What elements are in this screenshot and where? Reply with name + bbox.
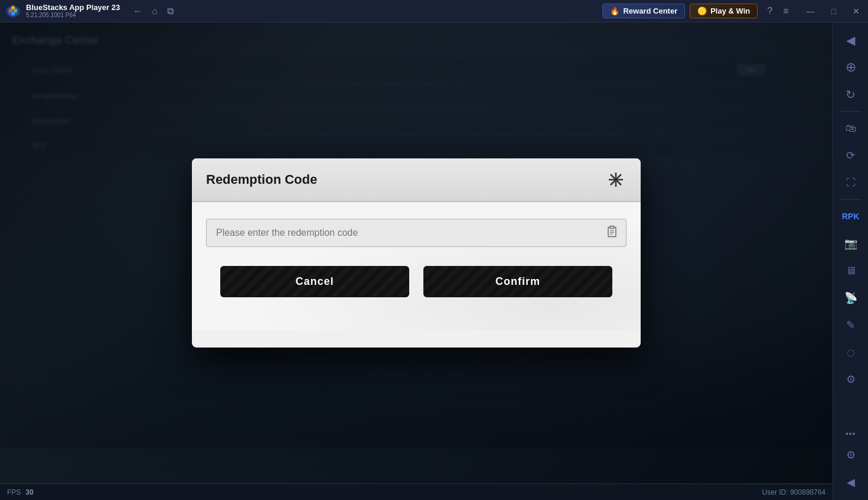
app-name-block: BlueStacks App Player 23 5.21.205.1001 P… — [26, 3, 120, 20]
titlebar-icons: ? ≡ — [762, 4, 793, 19]
right-sidebar: ◀ ⊕ ↻ 🛍 ⟳ ⛶ RPK 📷 🖥 📡 ✎ ◌ ⚙ ••• ⚙ ◀ — [833, 22, 868, 500]
dialog-body: Cancel Confirm — [192, 202, 641, 330]
sidebar-rpk-btn[interactable]: RPK — [838, 203, 864, 229]
sidebar-store-icon: 🛍 — [846, 122, 856, 135]
menu-button[interactable]: ≡ — [778, 4, 793, 19]
sidebar-rotate-btn[interactable]: ⟳ — [838, 142, 864, 168]
sidebar-rotate-icon: ⟳ — [846, 149, 855, 162]
dialog-title: Redemption Code — [206, 172, 317, 187]
sidebar-settings-bottom-icon: ⚙ — [846, 373, 856, 386]
sidebar-settings-main-btn[interactable]: ⚙ — [838, 442, 864, 468]
sidebar-separator-2 — [840, 199, 862, 200]
sidebar-fullscreen-btn[interactable]: ⛶ — [838, 170, 864, 196]
dialog-close-button[interactable] — [605, 169, 626, 190]
back-button[interactable]: ← — [129, 4, 146, 18]
svg-point-4 — [11, 12, 15, 15]
home-button[interactable]: ⌂ — [148, 4, 161, 18]
redemption-code-dialog: Redemption Code — [192, 158, 641, 348]
sidebar-camera-icon: 📷 — [844, 237, 857, 250]
sidebar-screen-icon: 🖥 — [846, 265, 856, 277]
sidebar-add-icon: ⊕ — [846, 60, 856, 75]
svg-point-5 — [11, 6, 15, 9]
fps-label: FPS — [7, 488, 21, 496]
sidebar-cursor-btn[interactable]: ✎ — [838, 312, 864, 338]
code-input-wrapper — [206, 219, 626, 247]
sidebar-cursor-icon: ✎ — [846, 319, 855, 332]
sidebar-fullscreen-icon: ⛶ — [846, 177, 856, 188]
app-title: BlueStacks App Player 23 — [26, 3, 120, 12]
sidebar-arrow-left-icon: ◀ — [846, 33, 855, 47]
clipboard-icon — [605, 225, 618, 238]
user-id-display: User ID: 900898764 — [762, 488, 825, 496]
cancel-button[interactable]: Cancel — [220, 266, 409, 297]
sidebar-camera-btn[interactable]: 📷 — [838, 230, 864, 257]
svg-point-3 — [14, 9, 17, 12]
svg-point-2 — [9, 9, 12, 12]
fire-icon: 🔥 — [610, 7, 619, 15]
sidebar-back-btn[interactable]: ◀ — [838, 469, 864, 495]
reward-center-button[interactable]: 🔥 Reward Center — [602, 4, 685, 18]
sidebar-rpk-icon: RPK — [842, 212, 860, 221]
sidebar-screen-btn[interactable]: 🖥 — [838, 258, 864, 284]
sidebar-gamepad-btn[interactable]: ◌ — [838, 339, 864, 365]
sidebar-gamepad-icon: ◌ — [847, 347, 855, 358]
sidebar-settings-bottom-btn[interactable]: ⚙ — [838, 366, 864, 392]
confirm-button[interactable]: Confirm — [423, 266, 612, 297]
titlebar: BlueStacks App Player 23 5.21.205.1001 P… — [0, 0, 868, 22]
play-win-label: Play & Win — [710, 7, 750, 15]
sidebar-separator-1 — [840, 111, 862, 112]
sidebar-refresh-btn[interactable]: ↻ — [838, 82, 864, 108]
sidebar-collapse-btn[interactable]: ◀ — [838, 27, 864, 53]
redemption-code-input[interactable] — [206, 219, 626, 247]
sidebar-settings-main-icon: ⚙ — [846, 449, 856, 462]
close-window-button[interactable]: ✕ — [844, 4, 868, 19]
dialog-header: Redemption Code — [192, 158, 641, 202]
maximize-button[interactable]: □ — [823, 4, 844, 19]
window-controls: — □ ✕ — [798, 4, 868, 19]
fps-display: FPS 30 — [7, 488, 34, 496]
sidebar-add-btn[interactable]: ⊕ — [838, 54, 864, 80]
nav-buttons: ← ⌂ ⧉ — [129, 4, 177, 18]
dialog-footer: Cancel Confirm — [206, 266, 626, 311]
svg-rect-11 — [610, 226, 614, 229]
titlebar-actions: 🔥 Reward Center 🟡 Play & Win — [602, 4, 758, 18]
close-asterisk-icon — [608, 171, 624, 188]
play-win-button[interactable]: 🟡 Play & Win — [690, 4, 758, 18]
sidebar-refresh-icon: ↻ — [846, 87, 856, 102]
paste-button[interactable] — [604, 224, 619, 242]
sidebar-cast-btn[interactable]: 📡 — [838, 285, 864, 311]
sidebar-dots: ••• — [846, 429, 856, 439]
help-button[interactable]: ? — [762, 4, 777, 19]
dialog-overlay: Redemption Code — [0, 22, 833, 483]
sidebar-back-arrow-icon: ◀ — [847, 476, 855, 489]
app-version: 5.21.205.1001 P64 — [26, 12, 120, 19]
statusbar: FPS 30 User ID: 900898764 — [0, 483, 833, 500]
minimize-button[interactable]: — — [798, 4, 823, 19]
fps-value: 30 — [25, 488, 33, 496]
sidebar-cast-icon: 📡 — [844, 291, 857, 304]
app-logo — [5, 3, 21, 20]
coin-icon: 🟡 — [697, 7, 707, 15]
reward-center-label: Reward Center — [623, 7, 677, 15]
sidebar-store-btn[interactable]: 🛍 — [838, 115, 864, 141]
pages-button[interactable]: ⧉ — [164, 4, 177, 18]
